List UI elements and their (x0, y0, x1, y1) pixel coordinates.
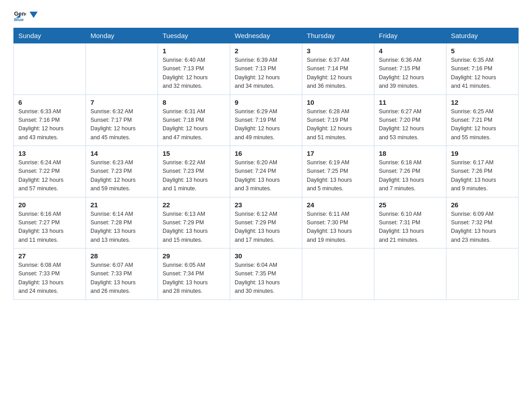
day-info: Sunrise: 6:36 AM Sunset: 7:15 PM Dayligh… (379, 56, 442, 91)
day-number: 18 (379, 150, 442, 157)
calendar-cell: 17Sunrise: 6:19 AM Sunset: 7:25 PM Dayli… (302, 146, 374, 197)
day-number: 14 (90, 150, 153, 157)
day-number: 30 (235, 252, 297, 260)
calendar-cell: 16Sunrise: 6:20 AM Sunset: 7:24 PM Dayli… (230, 146, 302, 197)
calendar-cell: 9Sunrise: 6:29 AM Sunset: 7:19 PM Daylig… (230, 94, 302, 146)
column-header-wednesday: Wednesday (230, 28, 302, 43)
day-info: Sunrise: 6:29 AM Sunset: 7:19 PM Dayligh… (235, 107, 297, 142)
day-number: 12 (451, 98, 514, 106)
page-header: General Blue (13, 9, 519, 21)
logo-arrow-icon (29, 10, 39, 20)
day-info: Sunrise: 6:12 AM Sunset: 7:29 PM Dayligh… (235, 210, 297, 245)
calendar-cell: 3Sunrise: 6:37 AM Sunset: 7:14 PM Daylig… (302, 43, 374, 95)
day-number: 8 (163, 98, 225, 106)
day-info: Sunrise: 6:04 AM Sunset: 7:35 PM Dayligh… (235, 261, 297, 296)
day-number: 7 (90, 98, 153, 106)
day-number: 2 (235, 47, 297, 55)
day-info: Sunrise: 6:23 AM Sunset: 7:23 PM Dayligh… (90, 158, 153, 193)
day-info: Sunrise: 6:09 AM Sunset: 7:32 PM Dayligh… (451, 210, 514, 245)
day-info: Sunrise: 6:07 AM Sunset: 7:33 PM Dayligh… (90, 261, 153, 296)
day-number: 25 (379, 201, 442, 209)
day-number: 20 (18, 201, 81, 209)
week-row-1: 1Sunrise: 6:40 AM Sunset: 7:13 PM Daylig… (14, 43, 519, 95)
calendar-table: SundayMondayTuesdayWednesdayThursdayFrid… (13, 28, 519, 300)
calendar-cell: 7Sunrise: 6:32 AM Sunset: 7:17 PM Daylig… (86, 94, 158, 146)
day-info: Sunrise: 6:17 AM Sunset: 7:26 PM Dayligh… (451, 158, 514, 193)
calendar-cell: 2Sunrise: 6:39 AM Sunset: 7:13 PM Daylig… (230, 43, 302, 95)
calendar-cell: 14Sunrise: 6:23 AM Sunset: 7:23 PM Dayli… (86, 146, 158, 197)
day-number: 5 (451, 47, 514, 55)
calendar-cell (86, 43, 158, 95)
day-info: Sunrise: 6:11 AM Sunset: 7:30 PM Dayligh… (307, 210, 369, 245)
calendar-cell: 18Sunrise: 6:18 AM Sunset: 7:26 PM Dayli… (374, 146, 446, 197)
day-number: 6 (18, 98, 81, 106)
day-info: Sunrise: 6:24 AM Sunset: 7:22 PM Dayligh… (18, 158, 81, 193)
calendar-cell: 15Sunrise: 6:22 AM Sunset: 7:23 PM Dayli… (158, 146, 230, 197)
svg-text:Blue: Blue (14, 17, 24, 21)
day-number: 13 (18, 150, 81, 157)
day-info: Sunrise: 6:22 AM Sunset: 7:23 PM Dayligh… (163, 158, 225, 193)
day-info: Sunrise: 6:40 AM Sunset: 7:13 PM Dayligh… (163, 56, 225, 91)
day-number: 1 (163, 47, 225, 55)
calendar-cell: 27Sunrise: 6:08 AM Sunset: 7:33 PM Dayli… (14, 248, 86, 300)
week-row-5: 27Sunrise: 6:08 AM Sunset: 7:33 PM Dayli… (14, 248, 519, 300)
column-header-saturday: Saturday (446, 28, 519, 43)
day-number: 19 (451, 150, 514, 157)
day-info: Sunrise: 6:08 AM Sunset: 7:33 PM Dayligh… (18, 261, 81, 296)
day-info: Sunrise: 6:10 AM Sunset: 7:31 PM Dayligh… (379, 210, 442, 245)
day-info: Sunrise: 6:33 AM Sunset: 7:16 PM Dayligh… (18, 107, 81, 142)
calendar-cell: 26Sunrise: 6:09 AM Sunset: 7:32 PM Dayli… (446, 197, 519, 248)
day-info: Sunrise: 6:39 AM Sunset: 7:13 PM Dayligh… (235, 56, 297, 91)
calendar-cell (374, 248, 446, 300)
calendar-cell: 1Sunrise: 6:40 AM Sunset: 7:13 PM Daylig… (158, 43, 230, 95)
day-number: 21 (90, 201, 153, 209)
day-info: Sunrise: 6:32 AM Sunset: 7:17 PM Dayligh… (90, 107, 153, 142)
day-info: Sunrise: 6:13 AM Sunset: 7:29 PM Dayligh… (163, 210, 225, 245)
day-number: 11 (379, 98, 442, 106)
calendar-cell: 29Sunrise: 6:05 AM Sunset: 7:34 PM Dayli… (158, 248, 230, 300)
logo-icon: General Blue (13, 9, 26, 21)
calendar-cell: 24Sunrise: 6:11 AM Sunset: 7:30 PM Dayli… (302, 197, 374, 248)
calendar-cell: 23Sunrise: 6:12 AM Sunset: 7:29 PM Dayli… (230, 197, 302, 248)
day-number: 3 (307, 47, 369, 55)
week-row-4: 20Sunrise: 6:16 AM Sunset: 7:27 PM Dayli… (14, 197, 519, 248)
day-info: Sunrise: 6:19 AM Sunset: 7:25 PM Dayligh… (307, 158, 369, 193)
column-header-monday: Monday (86, 28, 158, 43)
calendar-cell: 21Sunrise: 6:14 AM Sunset: 7:28 PM Dayli… (86, 197, 158, 248)
column-header-tuesday: Tuesday (158, 28, 230, 43)
day-info: Sunrise: 6:18 AM Sunset: 7:26 PM Dayligh… (379, 158, 442, 193)
day-info: Sunrise: 6:20 AM Sunset: 7:24 PM Dayligh… (235, 158, 297, 193)
calendar-cell: 6Sunrise: 6:33 AM Sunset: 7:16 PM Daylig… (14, 94, 86, 146)
calendar-cell (446, 248, 519, 300)
calendar-cell: 10Sunrise: 6:28 AM Sunset: 7:19 PM Dayli… (302, 94, 374, 146)
day-number: 27 (18, 252, 81, 260)
svg-marker-3 (30, 12, 38, 18)
day-info: Sunrise: 6:16 AM Sunset: 7:27 PM Dayligh… (18, 210, 81, 245)
day-info: Sunrise: 6:37 AM Sunset: 7:14 PM Dayligh… (307, 56, 369, 91)
column-header-friday: Friday (374, 28, 446, 43)
logo: General Blue (13, 9, 39, 21)
day-number: 15 (163, 150, 225, 157)
column-header-thursday: Thursday (302, 28, 374, 43)
day-number: 29 (163, 252, 225, 260)
week-row-3: 13Sunrise: 6:24 AM Sunset: 7:22 PM Dayli… (14, 146, 519, 197)
day-info: Sunrise: 6:31 AM Sunset: 7:18 PM Dayligh… (163, 107, 225, 142)
day-number: 16 (235, 150, 297, 157)
day-number: 26 (451, 201, 514, 209)
day-number: 23 (235, 201, 297, 209)
week-row-2: 6Sunrise: 6:33 AM Sunset: 7:16 PM Daylig… (14, 94, 519, 146)
calendar-cell: 4Sunrise: 6:36 AM Sunset: 7:15 PM Daylig… (374, 43, 446, 95)
calendar-cell: 30Sunrise: 6:04 AM Sunset: 7:35 PM Dayli… (230, 248, 302, 300)
calendar-cell: 22Sunrise: 6:13 AM Sunset: 7:29 PM Dayli… (158, 197, 230, 248)
calendar-header-row: SundayMondayTuesdayWednesdayThursdayFrid… (14, 28, 519, 43)
day-number: 28 (90, 252, 153, 260)
calendar-cell: 20Sunrise: 6:16 AM Sunset: 7:27 PM Dayli… (14, 197, 86, 248)
day-number: 9 (235, 98, 297, 106)
calendar-cell: 11Sunrise: 6:27 AM Sunset: 7:20 PM Dayli… (374, 94, 446, 146)
calendar-cell: 28Sunrise: 6:07 AM Sunset: 7:33 PM Dayli… (86, 248, 158, 300)
calendar-cell: 25Sunrise: 6:10 AM Sunset: 7:31 PM Dayli… (374, 197, 446, 248)
day-number: 24 (307, 201, 369, 209)
column-header-sunday: Sunday (14, 28, 86, 43)
day-info: Sunrise: 6:27 AM Sunset: 7:20 PM Dayligh… (379, 107, 442, 142)
day-info: Sunrise: 6:25 AM Sunset: 7:21 PM Dayligh… (451, 107, 514, 142)
